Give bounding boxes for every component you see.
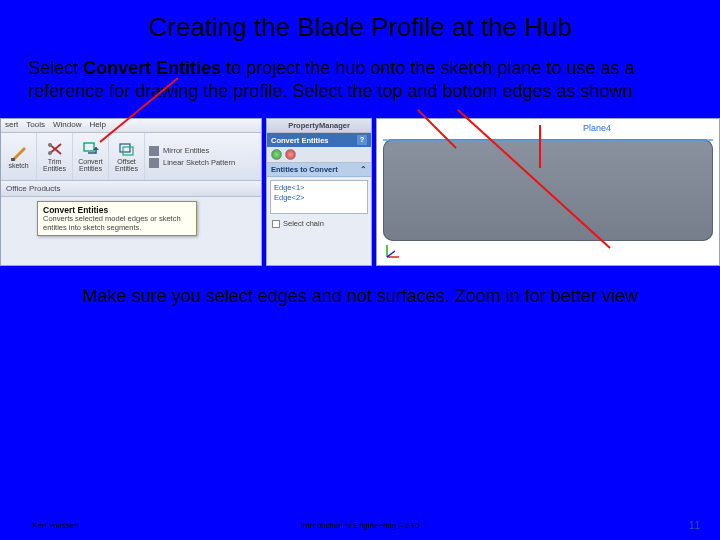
linear-pattern-button[interactable]: Linear Sketch Pattern — [149, 158, 251, 168]
instruction-text: Select Convert Entities to project the h… — [0, 43, 720, 102]
footer-page-number: 11 — [689, 520, 700, 531]
model-view-screenshot: Plane4 — [376, 118, 720, 266]
svg-point-1 — [48, 143, 52, 147]
trim-entities-button[interactable]: Trim Entities — [37, 133, 73, 180]
checkbox-icon[interactable] — [272, 220, 280, 228]
menu-bar: sert Tools Window Help — [1, 119, 261, 133]
mirror-label: Mirror Entities — [163, 146, 209, 155]
list-item[interactable]: Edge<1> — [274, 183, 364, 193]
slide-title: Creating the Blade Profile at the Hub — [0, 0, 720, 43]
hub-body[interactable] — [383, 139, 713, 241]
sketch-button[interactable]: sketch — [1, 133, 37, 180]
property-manager-screenshot: PropertyManager Convert Entities ? Entit… — [266, 118, 372, 266]
footer-course: Introduction to Engineering – E10 — [0, 521, 720, 530]
property-manager-header: PropertyManager — [267, 119, 371, 133]
svg-rect-5 — [123, 147, 133, 155]
tooltip-body: Converts selected model edges or sketch … — [43, 215, 191, 232]
svg-rect-4 — [120, 144, 130, 152]
mirror-entities-button[interactable]: Mirror Entities — [149, 146, 251, 156]
offset-entities-button[interactable]: Offset Entities — [109, 133, 145, 180]
hub-top-edge[interactable] — [383, 139, 713, 141]
trim-icon — [46, 141, 64, 157]
screenshot-row: sert Tools Window Help sketch Trim Entit… — [0, 118, 720, 266]
svg-rect-3 — [84, 143, 94, 151]
entities-list[interactable]: Edge<1> Edge<2> — [270, 180, 368, 214]
svg-line-8 — [387, 251, 395, 257]
ok-button[interactable] — [271, 149, 282, 160]
view-triad-icon — [383, 241, 403, 261]
mirror-icon — [149, 146, 159, 156]
select-chain-label: Select chain — [283, 219, 324, 228]
hint-text: Make sure you select edges and not surfa… — [0, 286, 720, 307]
pm-title-text: Convert Entities — [271, 136, 329, 145]
offset-label: Offset Entities — [110, 158, 143, 172]
menu-insert[interactable]: sert — [5, 120, 18, 131]
office-label: Office Products — [6, 184, 61, 193]
instruction-bold: Convert Entities — [83, 58, 221, 78]
sketch-label: sketch — [8, 162, 28, 169]
cancel-button[interactable] — [285, 149, 296, 160]
svg-rect-0 — [11, 158, 15, 161]
convert-entities-button[interactable]: Convert Entities — [73, 133, 109, 180]
trim-label: Trim Entities — [38, 158, 71, 172]
convert-label: Convert Entities — [74, 158, 107, 172]
convert-icon — [82, 141, 100, 157]
pattern-label: Linear Sketch Pattern — [163, 158, 235, 167]
convert-entities-tooltip: Convert Entities Converts selected model… — [37, 201, 197, 236]
instruction-pre: Select — [28, 58, 83, 78]
select-chain-row[interactable]: Select chain — [267, 217, 371, 230]
help-icon[interactable]: ? — [357, 135, 367, 145]
small-tools: Mirror Entities Linear Sketch Pattern — [145, 133, 255, 180]
svg-point-2 — [48, 151, 52, 155]
pm-title-bar: Convert Entities ? — [267, 133, 371, 147]
menu-window[interactable]: Window — [53, 120, 81, 131]
entities-section-label: Entities to Convert — [271, 165, 338, 174]
slide-footer: Ken Youssefi Introduction to Engineering… — [0, 521, 720, 530]
pm-confirm-row — [267, 147, 371, 163]
menu-help[interactable]: Help — [89, 120, 105, 131]
list-item[interactable]: Edge<2> — [274, 193, 364, 203]
toolbar-screenshot: sert Tools Window Help sketch Trim Entit… — [0, 118, 262, 266]
entities-section-header[interactable]: Entities to Convert ⌃ — [267, 163, 371, 177]
pattern-icon — [149, 158, 159, 168]
office-products-tab[interactable]: Office Products — [1, 181, 261, 197]
sketch-icon — [10, 145, 28, 161]
toolbar: sketch Trim Entities Convert Entities Of… — [1, 133, 261, 181]
footer-copyright: Ken Youssefi — [32, 521, 78, 530]
offset-icon — [118, 141, 136, 157]
collapse-icon: ⌃ — [360, 165, 367, 174]
menu-tools[interactable]: Tools — [26, 120, 45, 131]
plane-label: Plane4 — [583, 123, 611, 133]
